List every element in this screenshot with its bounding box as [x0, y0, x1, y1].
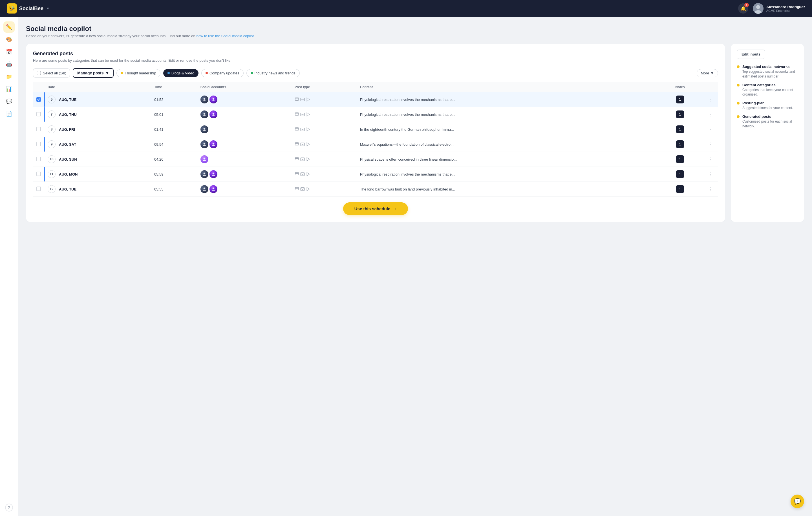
account-avatar — [200, 125, 208, 133]
sidebar-item-edit[interactable]: ✏️ — [3, 22, 14, 33]
row-checkbox-cell — [33, 137, 44, 152]
svg-rect-34 — [295, 187, 298, 190]
notes-badge[interactable]: 1 — [676, 125, 684, 133]
row-post-type-cell — [291, 137, 357, 152]
sidebar-item-calendar[interactable]: 📅 — [3, 46, 14, 58]
row-menu-button[interactable]: ⋮ — [707, 185, 715, 193]
brand-logo[interactable]: 🐝 SocialBee ▼ — [7, 3, 50, 13]
bee-icon: 🐝 — [7, 3, 17, 13]
col-notes: Notes — [657, 82, 703, 92]
svg-rect-11 — [295, 113, 298, 115]
row-checkbox[interactable] — [36, 172, 41, 176]
notes-badge[interactable]: 1 — [676, 111, 684, 118]
svg-rect-15 — [295, 128, 298, 130]
row-checkbox[interactable] — [36, 187, 41, 191]
row-date-cell: 8 AUG, FRI — [44, 122, 151, 137]
col-social-accounts: Social accounts — [197, 82, 291, 92]
row-menu-button[interactable]: ⋮ — [707, 140, 715, 148]
sidebar-item-message[interactable]: 💬 — [3, 96, 14, 107]
svg-point-5 — [212, 98, 214, 99]
filter-thought-leadership[interactable]: Thought leadership — [116, 69, 160, 77]
row-menu-button[interactable]: ⋮ — [707, 95, 715, 103]
row-menu-cell: ⋮ — [703, 92, 718, 107]
row-checkbox[interactable] — [36, 127, 41, 131]
date-day: AUG, TUE — [59, 187, 77, 191]
right-panel-item-title: Suggested social networks — [742, 64, 798, 69]
help-link[interactable]: how to use the Social media copilot — [196, 34, 254, 38]
row-date-cell: 12 AUG, TUE — [44, 182, 151, 197]
filter-industry-news[interactable]: Industry news and trends — [246, 69, 300, 77]
table-row[interactable]: 8 AUG, FRI 01:41 In the eighteenth centu… — [33, 122, 718, 137]
svg-point-4 — [204, 98, 205, 99]
chat-fab-button[interactable]: 💬 — [790, 494, 804, 508]
date-number: 11 — [48, 170, 56, 178]
right-panel-dot — [737, 115, 740, 118]
generated-posts-subtitle: Here are some posts by categories that c… — [33, 58, 718, 63]
notes-badge[interactable]: 1 — [676, 185, 684, 193]
filter-company-updates[interactable]: Company updates — [201, 69, 243, 77]
table-row[interactable]: 9 AUG, SAT 09:54 Maxwell's equations—the… — [33, 137, 718, 152]
panels: Generated posts Here are some posts by c… — [26, 44, 804, 222]
account-avatars — [200, 111, 288, 118]
notes-badge[interactable]: 1 — [676, 155, 684, 163]
right-panel-item-desc: Customized posts for each social network… — [742, 119, 798, 129]
brand-dropdown-icon[interactable]: ▼ — [46, 6, 50, 10]
svg-rect-12 — [300, 113, 304, 116]
select-all-button[interactable]: Select all (1/8) — [33, 68, 70, 78]
notes-badge[interactable]: 1 — [676, 95, 684, 103]
svg-marker-22 — [307, 143, 309, 146]
row-accounts-cell — [197, 92, 291, 107]
filter-blogs-video[interactable]: Blogs & Video — [163, 69, 199, 77]
row-accounts-cell — [197, 122, 291, 137]
account-avatars — [200, 155, 288, 163]
table-row[interactable]: 5 AUG, TUE 01:52 Physiological respirati… — [33, 92, 718, 107]
row-checkbox[interactable] — [36, 112, 41, 116]
manage-posts-button[interactable]: Manage posts ▼ — [73, 68, 114, 78]
sidebar-item-palette[interactable]: 🎨 — [3, 34, 14, 45]
row-checkbox-cell — [33, 182, 44, 197]
col-date: Date — [44, 82, 151, 92]
svg-rect-25 — [300, 158, 304, 161]
table-row[interactable]: 10 AUG, SUN 04:20 Physical space is ofte… — [33, 152, 718, 167]
row-menu-button[interactable]: ⋮ — [707, 111, 715, 118]
edit-inputs-button[interactable]: Edit inputs — [737, 50, 765, 59]
col-content: Content — [357, 82, 657, 92]
date-day: AUG, FRI — [59, 127, 75, 131]
row-checkbox-cell — [33, 107, 44, 122]
table-row[interactable]: 7 AUG, THU 05:01 Physiological respirati… — [33, 107, 718, 122]
post-type-icons — [295, 187, 353, 191]
user-menu[interactable]: Alessandro Rodriguez ACME Enterprise — [753, 3, 805, 14]
row-menu-button[interactable]: ⋮ — [707, 125, 715, 133]
row-checkbox[interactable] — [36, 157, 41, 161]
row-notes-cell: 1 — [657, 137, 703, 152]
page-header: Social media copilot Based on your answe… — [26, 25, 804, 38]
sidebar-item-folder[interactable]: 📁 — [3, 71, 14, 82]
row-date-cell: 10 AUG, SUN — [44, 152, 151, 167]
notes-badge[interactable]: 1 — [676, 140, 684, 148]
row-menu-cell: ⋮ — [703, 152, 718, 167]
more-label: More — [701, 71, 709, 75]
table-row[interactable]: 12 AUG, TUE 05:55 The long barrow was bu… — [33, 182, 718, 197]
right-panel: Edit inputs Suggested social networks To… — [731, 44, 804, 222]
svg-marker-31 — [307, 173, 309, 176]
sidebar-item-help[interactable]: ? — [5, 504, 13, 512]
account-avatar — [200, 111, 208, 118]
row-menu-button[interactable]: ⋮ — [707, 155, 715, 163]
row-checkbox-cell — [33, 122, 44, 137]
sidebar-item-chart[interactable]: 📊 — [3, 84, 14, 95]
table-row[interactable]: 11 AUG, MON 05:59 Physiological respirat… — [33, 167, 718, 182]
date-day: AUG, MON — [59, 172, 78, 176]
account-avatar — [209, 140, 218, 148]
notes-badge[interactable]: 1 — [676, 170, 684, 178]
sidebar-item-document[interactable]: 📄 — [3, 108, 14, 120]
row-time: 05:55 — [154, 187, 164, 191]
use-schedule-button[interactable]: Use this schedule → — [343, 202, 408, 215]
svg-point-18 — [204, 143, 205, 144]
row-time: 01:52 — [154, 97, 164, 102]
sidebar-item-robot[interactable]: 🤖 — [3, 59, 14, 70]
notification-button[interactable]: 🔔 2 — [738, 3, 748, 13]
row-checkbox[interactable] — [36, 97, 41, 102]
row-checkbox[interactable] — [36, 142, 41, 146]
row-menu-button[interactable]: ⋮ — [707, 170, 715, 178]
more-button[interactable]: More ▼ — [697, 69, 718, 77]
